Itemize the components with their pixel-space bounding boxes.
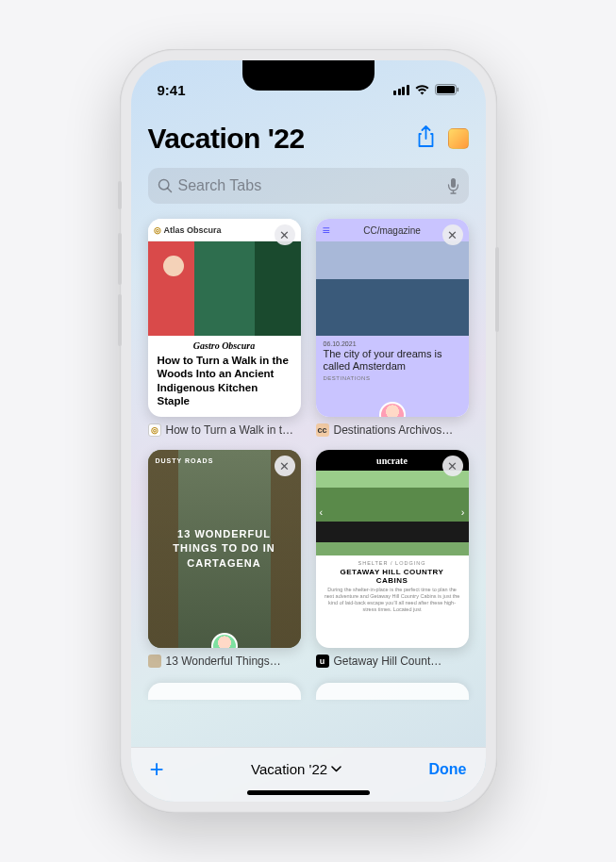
share-button[interactable] bbox=[417, 125, 435, 152]
tab-peek[interactable] bbox=[148, 683, 301, 700]
dictation-icon[interactable] bbox=[447, 177, 459, 194]
close-tab-button[interactable]: ✕ bbox=[275, 456, 295, 476]
tab-hero-image bbox=[316, 241, 469, 336]
svg-line-4 bbox=[167, 189, 171, 192]
tab-caption: cc Destinations Archivos… bbox=[316, 423, 469, 437]
tabs-peek-row bbox=[148, 683, 469, 700]
tab-caption-text: 13 Wonderful Things… bbox=[166, 655, 281, 668]
favicon-icon bbox=[148, 655, 161, 668]
tab-caption: 13 Wonderful Things… bbox=[148, 655, 301, 668]
tab-peek[interactable] bbox=[316, 683, 469, 700]
close-tab-button[interactable]: ✕ bbox=[275, 224, 295, 245]
article-date: 06.10.2021 bbox=[324, 340, 461, 347]
tab-preview[interactable]: ✕ ≡CC/magazine 06.10.2021 The city of yo… bbox=[316, 219, 469, 417]
svg-rect-5 bbox=[451, 178, 456, 188]
iphone-device-frame: 9:41 Vacation '22 bbox=[120, 49, 497, 813]
tab-item-dusty-roads: ✕ DUSTY ROADS 13 WONDERFUL THINGS TO DO … bbox=[148, 450, 301, 668]
tab-group-switcher[interactable]: Vacation '22 bbox=[251, 761, 341, 777]
screen: 9:41 Vacation '22 bbox=[131, 60, 486, 802]
tab-caption: u Getaway Hill Count… bbox=[316, 655, 469, 668]
status-indicators bbox=[393, 84, 459, 95]
tab-preview[interactable]: ✕ uncrate SHELTER / LODGING GETAWAY HILL… bbox=[316, 450, 469, 648]
header: Vacation '22 bbox=[148, 123, 469, 155]
tab-group-title: Vacation '22 bbox=[148, 123, 305, 155]
tab-headline: How to Turn a Walk in the Woods Into an … bbox=[148, 352, 301, 410]
search-tabs-field[interactable]: Search Tabs bbox=[148, 168, 469, 204]
volume-down-button bbox=[118, 294, 122, 346]
article-description: During the shelter-in-place is the perfe… bbox=[324, 587, 461, 614]
svg-rect-2 bbox=[457, 88, 458, 91]
header-actions bbox=[417, 125, 469, 152]
favicon-icon: u bbox=[316, 655, 329, 668]
tab-caption-text: Destinations Archivos… bbox=[334, 423, 454, 437]
battery-icon bbox=[435, 84, 459, 95]
tab-caption-text: Getaway Hill Count… bbox=[334, 655, 442, 668]
shared-group-avatar[interactable] bbox=[448, 128, 469, 149]
hamburger-icon: ≡ bbox=[323, 223, 330, 238]
status-time: 9:41 bbox=[158, 82, 186, 98]
tab-caption: ◎ How to Turn a Walk in t… bbox=[148, 423, 301, 437]
tab-site-bar: DUSTY ROADS bbox=[156, 457, 214, 464]
article-category: SHELTER / LODGING bbox=[324, 560, 461, 566]
search-placeholder: Search Tabs bbox=[178, 177, 441, 194]
notch bbox=[242, 60, 375, 91]
tab-hero-image bbox=[316, 471, 469, 555]
mute-switch bbox=[118, 181, 122, 209]
new-tab-button[interactable]: + bbox=[150, 754, 164, 784]
side-button bbox=[495, 247, 499, 332]
cellular-signal-icon bbox=[393, 85, 409, 95]
tab-headline: The city of your dreams is called Amster… bbox=[324, 348, 461, 373]
home-indicator[interactable] bbox=[247, 790, 370, 795]
chevron-down-icon bbox=[331, 766, 341, 772]
tab-item-uncrate: ✕ uncrate SHELTER / LODGING GETAWAY HILL… bbox=[316, 450, 469, 668]
tab-hero-image bbox=[148, 241, 301, 336]
tab-caption-text: How to Turn a Walk in t… bbox=[166, 423, 294, 437]
tab-headline: GETAWAY HILL COUNTRY CABINS bbox=[324, 568, 461, 585]
favicon-icon: cc bbox=[316, 423, 329, 437]
tab-sub-brand: Gastro Obscura bbox=[148, 336, 301, 352]
article-tag: DESTINATIONS bbox=[324, 375, 461, 381]
share-icon bbox=[417, 125, 435, 148]
tab-item-cc-magazine: ✕ ≡CC/magazine 06.10.2021 The city of yo… bbox=[316, 219, 469, 437]
search-icon bbox=[158, 178, 173, 193]
tab-overview-content: Vacation '22 Search Tabs ✕ bbox=[131, 106, 486, 747]
tab-item-atlas-obscura: ✕ ◎Atlas Obscura Gastro Obscura How to T… bbox=[148, 219, 301, 437]
close-tab-button[interactable]: ✕ bbox=[442, 456, 463, 476]
close-tab-button[interactable]: ✕ bbox=[442, 224, 463, 245]
tab-headline: 13 WONDERFUL THINGS TO DO IN CARTAGENA bbox=[148, 527, 301, 571]
tab-preview[interactable]: ✕ ◎Atlas Obscura Gastro Obscura How to T… bbox=[148, 219, 301, 417]
tabs-grid: ✕ ◎Atlas Obscura Gastro Obscura How to T… bbox=[148, 219, 469, 668]
svg-rect-1 bbox=[437, 86, 455, 93]
done-button[interactable]: Done bbox=[428, 761, 466, 778]
tab-preview[interactable]: ✕ DUSTY ROADS 13 WONDERFUL THINGS TO DO … bbox=[148, 450, 301, 648]
wifi-icon bbox=[414, 84, 430, 95]
volume-up-button bbox=[118, 233, 122, 285]
favicon-icon: ◎ bbox=[148, 423, 161, 437]
tab-group-label: Vacation '22 bbox=[251, 761, 327, 777]
